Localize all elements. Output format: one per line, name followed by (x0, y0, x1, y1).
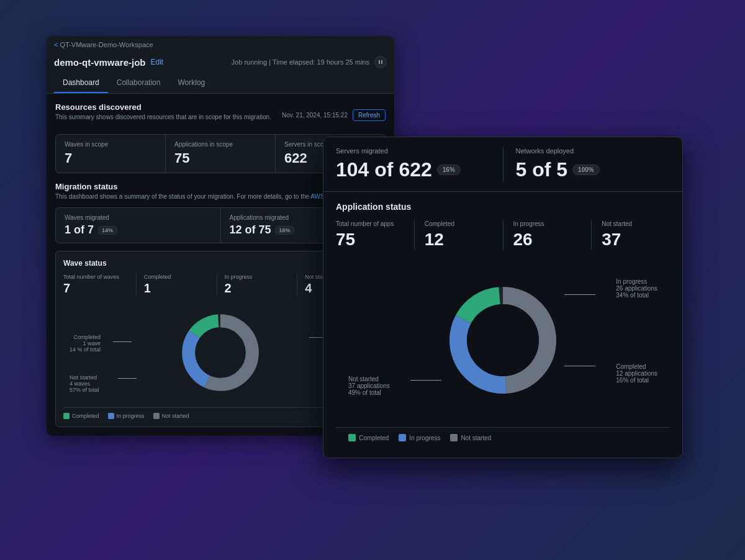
networks-deployed-label: Networks deployed (516, 147, 670, 155)
resources-date: Nov. 21, 2024, 15:15:22 (282, 112, 348, 119)
waves-migrated-label: Waves migrated (65, 214, 212, 221)
front-inprogress-line (564, 294, 595, 295)
wave-inprogress-label: In progress (225, 274, 290, 280)
apps-in-scope: Applications in scope 75 (166, 135, 276, 173)
front-completed-label: Completed (425, 220, 493, 227)
front-legend-completed: Completed (348, 434, 389, 441)
front-app-status-section: Application status Total number of apps … (323, 192, 682, 458)
front-inprogress-value: 26 (513, 230, 582, 250)
servers-badge: 16% (437, 165, 461, 175)
waves-in-scope: Waves in scope 7 (56, 135, 166, 173)
waves-label: Waves in scope (65, 141, 156, 148)
front-app-metrics-row: Total number of apps 75 Completed 12 In … (336, 220, 670, 250)
job-title-bar: demo-qt-vmware-job Edit Job running | Ti… (47, 53, 394, 73)
front-completed: Completed 12 (425, 220, 503, 250)
legend-completed-dot (63, 413, 70, 419)
apps-badge: 16% (275, 226, 295, 235)
resources-title: Resources discovered (55, 102, 271, 112)
wave-donut-chart (177, 309, 264, 396)
front-legend-inprogress-dot (399, 434, 406, 441)
apps-value: 75 (174, 150, 266, 166)
servers-migrated-section: Servers migrated 104 of 622 16% (336, 147, 503, 181)
waves-migrated-value: 1 of 7 14% (65, 224, 212, 237)
edit-link[interactable]: Edit (151, 58, 164, 66)
front-completed-label-text: Completed12 applications16% of total (616, 363, 657, 384)
wave-completed-label-text: Completed1 wave14 % of total (70, 334, 101, 353)
job-status-button[interactable] (374, 56, 387, 68)
networks-badge: 100% (572, 165, 600, 175)
waves-migrated: Waves migrated 1 of 7 14% (56, 208, 221, 243)
waves-value: 7 (65, 150, 156, 166)
front-total-apps-value: 75 (336, 230, 404, 250)
svg-rect-0 (379, 60, 380, 64)
wave-completed: Completed 1 (144, 274, 217, 296)
front-legend-completed-dot (348, 434, 356, 441)
svg-point-11 (467, 304, 539, 376)
front-notstarted-label-text: Not started37 applications49% of total (348, 376, 390, 396)
tab-worklog[interactable]: Worklog (169, 73, 214, 93)
wave-notstarted-line (118, 378, 137, 379)
apps-label: Applications in scope (174, 141, 266, 148)
wave-completed-label: Completed (144, 274, 209, 280)
front-legend-notstarted-dot (450, 434, 458, 441)
front-inprogress-label-text: In progress26 applications34% of total (616, 278, 657, 299)
wave-completed-line (113, 341, 132, 342)
front-donut-area: Not started37 applications49% of total I… (336, 260, 670, 421)
job-status-text: Job running | Time elapsed: 19 hours 25 … (232, 58, 369, 66)
front-legend: Completed In progress Not started (336, 427, 670, 448)
refresh-button[interactable]: Refresh (353, 109, 386, 121)
wave-completed-value: 1 (144, 281, 209, 296)
legend-notstarted-dot (153, 413, 160, 419)
front-inprogress: In progress 26 (513, 220, 592, 250)
front-servers-row: Servers migrated 104 of 622 16% Networks… (323, 137, 682, 192)
front-legend-inprogress: In progress (399, 434, 440, 441)
resources-subtitle: This summary shows discovered resources … (55, 114, 271, 120)
wave-total-value: 7 (63, 281, 129, 296)
wave-total-label: Total number of waves (63, 274, 129, 280)
svg-point-6 (197, 329, 245, 377)
tab-collaboration[interactable]: Collaboration (108, 73, 169, 93)
wave-notstarted-label-text: Not started4 waves57% of total (70, 374, 99, 393)
front-total-apps-label: Total number of apps (336, 220, 404, 227)
breadcrumb: < QT-VMware-Demo-Workspace (54, 41, 153, 48)
wave-total: Total number of waves 7 (63, 274, 137, 296)
front-donut-chart (441, 278, 565, 402)
front-app-title: Application status (336, 202, 670, 212)
front-completed-line (564, 366, 595, 366)
front-panel: Servers migrated 104 of 622 16% Networks… (323, 137, 683, 458)
job-title: demo-qt-vmware-job (54, 57, 146, 68)
front-completed-value: 12 (425, 230, 493, 250)
tab-bar: Dashboard Collaboration Worklog (47, 73, 394, 94)
networks-deployed-section: Networks deployed 5 of 5 100% (516, 147, 670, 181)
legend-inprogress-dot (108, 413, 114, 419)
wave-inprogress-value: 2 (225, 281, 290, 296)
front-total-apps: Total number of apps 75 (336, 220, 415, 250)
legend-inprogress: In progress (108, 413, 145, 419)
legend-notstarted: Not started (153, 413, 189, 419)
legend-completed: Completed (63, 413, 99, 419)
tab-dashboard[interactable]: Dashboard (54, 73, 108, 93)
wave-inprogress: In progress 2 (225, 274, 298, 296)
front-inprogress-label: In progress (513, 220, 582, 227)
titlebar: < QT-VMware-Demo-Workspace (47, 36, 394, 53)
front-notstarted: Not started 37 (602, 220, 670, 250)
front-notstarted-label: Not started (602, 220, 670, 227)
job-status-bar: Job running | Time elapsed: 19 hours 25 … (232, 56, 387, 68)
front-notstarted-value: 37 (602, 230, 670, 250)
svg-rect-1 (381, 60, 382, 64)
servers-migrated-label: Servers migrated (336, 147, 490, 155)
front-notstarted-line (410, 380, 441, 381)
networks-deployed-value: 5 of 5 100% (516, 158, 670, 181)
front-legend-notstarted: Not started (450, 434, 491, 441)
waves-badge: 14% (97, 226, 117, 235)
servers-migrated-value: 104 of 622 16% (336, 158, 490, 181)
